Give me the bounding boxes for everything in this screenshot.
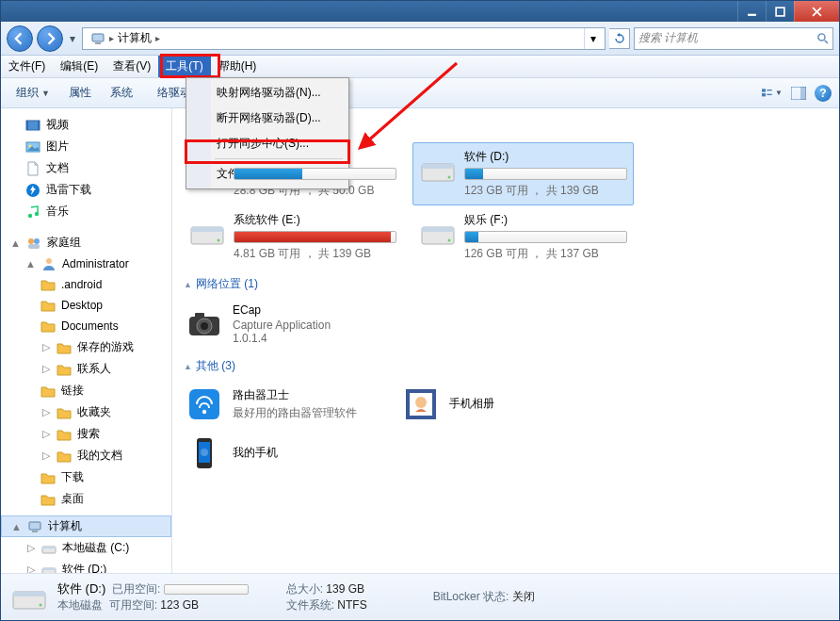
menu-edit[interactable]: 编辑(E) bbox=[53, 56, 105, 77]
folder-icon bbox=[57, 449, 72, 464]
drive-icon bbox=[419, 212, 457, 250]
toolbar-system[interactable]: 系统 bbox=[103, 81, 153, 105]
svg-rect-23 bbox=[29, 522, 40, 530]
toolbar-right: ▼ ? bbox=[762, 84, 832, 103]
video-icon bbox=[25, 118, 40, 133]
recent-dropdown[interactable]: ▾ bbox=[67, 32, 78, 45]
tree-computer[interactable]: ▲计算机 bbox=[1, 515, 171, 537]
expand-icon[interactable]: ▷ bbox=[40, 341, 51, 353]
svg-point-18 bbox=[35, 211, 39, 215]
drive-subtext: 126 GB 可用 ， 共 137 GB bbox=[464, 243, 627, 262]
drive-icon bbox=[419, 149, 457, 187]
svg-rect-12 bbox=[26, 121, 28, 130]
breadcrumb-computer[interactable]: ▸ 计算机 ▸ bbox=[87, 30, 164, 46]
tree-links[interactable]: 链接 bbox=[1, 380, 171, 401]
tree-local-c[interactable]: ▷本地磁盘 (C:) bbox=[1, 537, 171, 559]
expand-icon[interactable]: ▲ bbox=[25, 258, 36, 270]
drive-d[interactable]: 软件 (D:) 123 GB 可用 ， 共 139 GB bbox=[412, 142, 634, 205]
content-pane[interactable]: 本地磁盘 (C:) 28.8 GB 可用 ， 共 50.0 GB 软件 (D:)… bbox=[172, 108, 839, 573]
tree-downloads[interactable]: 下载 bbox=[1, 466, 171, 488]
tree-android[interactable]: .android bbox=[1, 274, 171, 295]
address-bar[interactable]: ▸ 计算机 ▸ ▾ bbox=[82, 27, 606, 50]
drive-subtext: 123 GB 可用 ， 共 139 GB bbox=[464, 180, 627, 199]
refresh-button[interactable] bbox=[609, 28, 630, 49]
expand-icon[interactable]: ▲ bbox=[10, 237, 21, 249]
maximize-button[interactable] bbox=[766, 1, 794, 22]
expand-icon[interactable]: ▷ bbox=[25, 564, 36, 573]
preview-pane-button[interactable] bbox=[788, 84, 809, 103]
svg-rect-21 bbox=[28, 244, 40, 249]
search-input[interactable]: 搜索 计算机 bbox=[634, 27, 833, 50]
tree-documents2[interactable]: Documents bbox=[1, 316, 171, 336]
navigation-tree[interactable]: 视频 图片 文档 迅雷下载 音乐 ▲家庭组 ▲Administrator .an… bbox=[1, 108, 172, 573]
svg-rect-7 bbox=[767, 89, 771, 90]
tree-savedgames[interactable]: ▷保存的游戏 bbox=[1, 336, 171, 358]
help-button[interactable]: ? bbox=[815, 85, 832, 102]
tree-search[interactable]: ▷搜索 bbox=[1, 423, 171, 445]
svg-rect-1 bbox=[776, 8, 784, 16]
item-ecap[interactable]: ECap Capture Application 1.0.1.4 bbox=[182, 298, 830, 351]
expand-icon[interactable]: ▲ bbox=[11, 521, 22, 532]
tree-documents[interactable]: 文档 bbox=[1, 157, 171, 179]
svg-rect-24 bbox=[32, 531, 38, 532]
close-button[interactable] bbox=[794, 1, 839, 22]
svg-rect-2 bbox=[92, 34, 104, 41]
svg-rect-10 bbox=[800, 87, 806, 100]
menu-file[interactable]: 文件(F) bbox=[1, 56, 53, 77]
tree-administrator[interactable]: ▲Administrator bbox=[1, 253, 171, 274]
tree-pictures[interactable]: 图片 bbox=[1, 136, 171, 157]
menu-disconnect-network-drive[interactable]: 断开网络驱动器(D)... bbox=[188, 106, 347, 131]
tree-contacts[interactable]: ▷联系人 bbox=[1, 358, 171, 380]
details-pane: 软件 (D:) 已用空间: 本地磁盘 可用空间: 123 GB 总大小: 139… bbox=[1, 573, 839, 620]
svg-rect-36 bbox=[191, 227, 223, 232]
phone-icon bbox=[186, 434, 223, 472]
drive-f[interactable]: 娱乐 (F:) 126 GB 可用 ， 共 137 GB bbox=[412, 205, 634, 269]
svg-point-37 bbox=[218, 239, 220, 242]
back-button[interactable] bbox=[7, 25, 33, 52]
tree-my-documents[interactable]: ▷我的文档 bbox=[1, 445, 171, 466]
tree-homegroup[interactable]: ▲家庭组 bbox=[1, 232, 171, 253]
svg-point-49 bbox=[415, 397, 427, 408]
drive-icon bbox=[41, 563, 57, 574]
view-mode-button[interactable]: ▼ bbox=[762, 84, 783, 103]
details-bitlocker: 关闭 bbox=[512, 590, 535, 603]
address-dropdown[interactable]: ▾ bbox=[584, 28, 601, 49]
menu-tools[interactable]: 工具(T) bbox=[158, 56, 210, 77]
drive-e[interactable]: 系统软件 (E:) 4.81 GB 可用 ， 共 139 GB bbox=[182, 205, 403, 269]
minimize-button[interactable] bbox=[737, 1, 766, 22]
tree-desktop-cn[interactable]: 桌面 bbox=[1, 488, 171, 510]
menu-view[interactable]: 查看(V) bbox=[105, 56, 158, 77]
tree-desktop[interactable]: Desktop bbox=[1, 295, 171, 316]
details-name: 软件 (D:) 已用空间: bbox=[57, 580, 249, 597]
menu-help[interactable]: 帮助(H) bbox=[211, 56, 265, 77]
navigation-row: ▾ ▸ 计算机 ▸ ▾ 搜索 计算机 bbox=[1, 22, 839, 56]
expand-icon[interactable]: ▷ bbox=[40, 449, 51, 462]
menu-map-network-drive[interactable]: 映射网络驱动器(N)... bbox=[188, 80, 347, 106]
toolbar-organize[interactable]: 组织▼ bbox=[8, 81, 57, 105]
svg-rect-33 bbox=[422, 164, 454, 169]
tree-video[interactable]: 视频 bbox=[1, 114, 171, 136]
user-icon bbox=[41, 256, 57, 271]
expand-icon[interactable]: ▷ bbox=[40, 428, 51, 440]
forward-button[interactable] bbox=[37, 25, 63, 52]
expand-icon[interactable]: ▷ bbox=[40, 363, 51, 375]
expand-icon[interactable]: ▷ bbox=[25, 542, 36, 554]
item-router-guard[interactable]: 路由器卫士 最好用的路由器管理软件 bbox=[182, 380, 361, 429]
tree-music[interactable]: 音乐 bbox=[1, 201, 171, 222]
svg-rect-8 bbox=[767, 93, 771, 94]
menu-open-sync-center[interactable]: 打开同步中心(S)... bbox=[188, 131, 347, 156]
item-phone-album[interactable]: 手机相册 bbox=[398, 380, 498, 429]
expand-icon[interactable]: ▷ bbox=[40, 406, 51, 418]
group-network-location[interactable]: ▲网络位置 (1) bbox=[182, 269, 830, 298]
tree-favorites[interactable]: ▷收藏夹 bbox=[1, 401, 171, 423]
drive-icon bbox=[188, 212, 226, 250]
svg-point-22 bbox=[46, 258, 52, 264]
tree-xunlei[interactable]: 迅雷下载 bbox=[1, 179, 171, 201]
group-other[interactable]: ▲其他 (3) bbox=[182, 351, 830, 380]
command-bar: 组织▼ 属性 系统 络驱动器 打开控制面板 ▼ ? bbox=[1, 78, 839, 108]
svg-rect-11 bbox=[26, 121, 40, 130]
toolbar-properties[interactable]: 属性 bbox=[61, 81, 99, 105]
item-my-phone[interactable]: 我的手机 bbox=[182, 429, 830, 478]
drive-icon bbox=[10, 580, 48, 614]
tree-soft-d[interactable]: ▷软件 (D:) bbox=[1, 559, 171, 573]
